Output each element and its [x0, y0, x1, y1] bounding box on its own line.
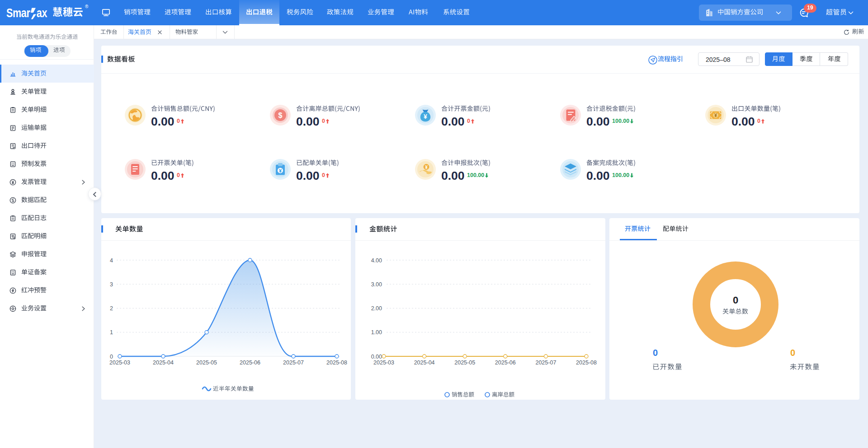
svg-text:2025-05: 2025-05	[196, 359, 217, 366]
svg-text:3: 3	[110, 281, 113, 288]
svg-text:¥: ¥	[714, 112, 717, 118]
svg-text:2025-07: 2025-07	[535, 359, 556, 366]
svg-text:1.00: 1.00	[371, 329, 382, 336]
svg-text:¥: ¥	[425, 165, 428, 170]
svg-text:2025-03: 2025-03	[373, 359, 394, 366]
svg-text:2025-06: 2025-06	[495, 359, 516, 366]
svg-text:2.00: 2.00	[371, 305, 382, 312]
svg-text:$: $	[278, 112, 283, 119]
svg-text:2025-08: 2025-08	[576, 359, 597, 366]
svg-text:2025-04: 2025-04	[414, 359, 435, 366]
svg-text:2025-03: 2025-03	[109, 359, 130, 366]
svg-text:2025-07: 2025-07	[283, 359, 304, 366]
svg-text:2025-08: 2025-08	[326, 359, 347, 366]
svg-text:3.00: 3.00	[371, 281, 382, 288]
svg-text:2: 2	[110, 305, 113, 312]
svg-text:2025-04: 2025-04	[153, 359, 174, 366]
svg-text:4.00: 4.00	[371, 257, 382, 264]
svg-text:2025-05: 2025-05	[454, 359, 475, 366]
svg-text:4: 4	[110, 257, 113, 264]
svg-text:1: 1	[110, 329, 113, 336]
svg-text:¥: ¥	[424, 113, 427, 120]
svg-text:¥: ¥	[279, 168, 282, 173]
svg-text:0: 0	[110, 354, 113, 360]
svg-text:2025-06: 2025-06	[240, 359, 260, 366]
svg-text:0.00: 0.00	[371, 354, 382, 360]
